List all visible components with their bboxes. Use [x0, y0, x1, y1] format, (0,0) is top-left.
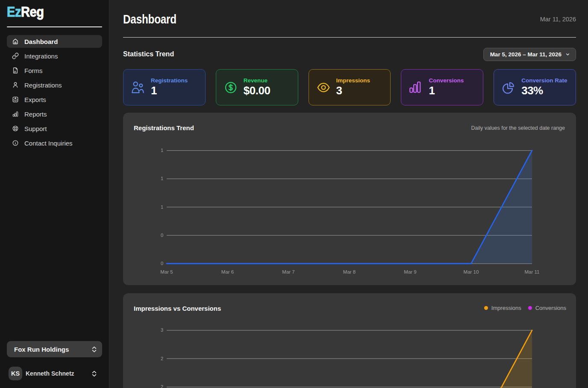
- svg-text:Mar 9: Mar 9: [404, 269, 416, 274]
- svg-text:Mar 5: Mar 5: [160, 269, 173, 274]
- svg-text:2: 2: [161, 356, 163, 361]
- svg-text:Mar 10: Mar 10: [464, 269, 479, 274]
- svg-text:Mar 11: Mar 11: [525, 269, 540, 274]
- svg-text:1: 1: [161, 176, 163, 181]
- svg-text:0: 0: [161, 233, 163, 238]
- svg-text:0: 0: [161, 261, 163, 266]
- svg-text:Mar 8: Mar 8: [343, 269, 356, 274]
- svg-text:Mar 6: Mar 6: [221, 269, 234, 274]
- svg-text:1: 1: [161, 148, 163, 153]
- svg-text:2: 2: [161, 384, 163, 388]
- svg-text:3: 3: [161, 327, 163, 333]
- svg-text:Mar 7: Mar 7: [282, 269, 294, 274]
- svg-text:1: 1: [161, 204, 163, 210]
